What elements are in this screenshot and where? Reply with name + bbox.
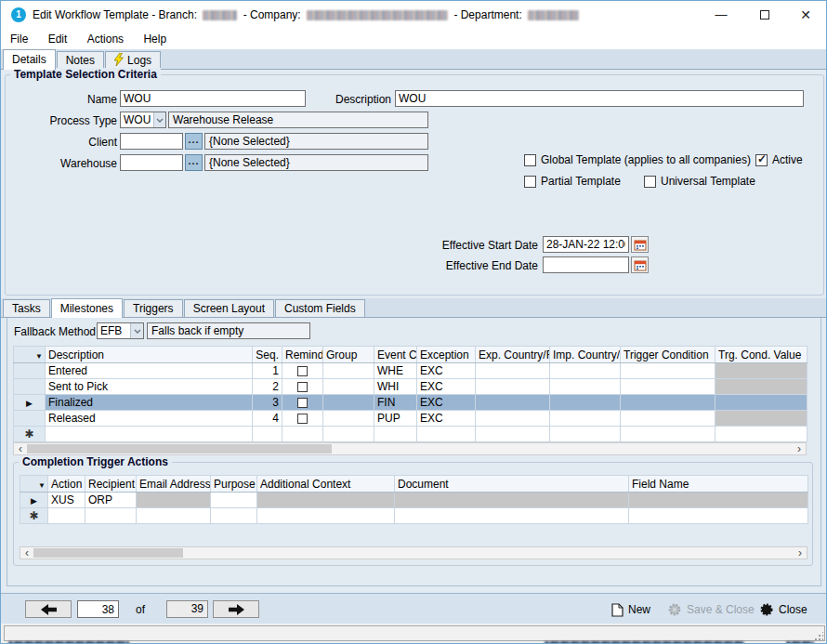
cell-imp-country[interactable] xyxy=(550,427,621,442)
chevron-down-icon[interactable] xyxy=(153,112,165,127)
process-type-dropdown[interactable]: WOU xyxy=(120,112,166,128)
cell-trg-cond-value[interactable] xyxy=(715,395,807,411)
cell-reminder[interactable] xyxy=(282,411,323,427)
row-header[interactable]: ▶ xyxy=(20,493,48,508)
col-trigger-condition[interactable]: Trigger Condition xyxy=(621,347,715,363)
trigger-actions-horizontal-scrollbar[interactable]: ‹ › xyxy=(20,546,807,559)
previous-record-button[interactable] xyxy=(25,600,72,618)
tab-custom-fields[interactable]: Custom Fields xyxy=(275,299,365,317)
cell-seq[interactable]: 1 xyxy=(253,363,282,379)
scroll-track[interactable] xyxy=(33,547,794,559)
cell-exp-country[interactable] xyxy=(476,411,550,427)
col-exception[interactable]: Exception xyxy=(417,347,476,363)
new-row-header[interactable]: ✱ xyxy=(14,427,46,442)
cell-description[interactable]: Released xyxy=(46,411,253,427)
tab-notes[interactable]: Notes xyxy=(57,51,104,69)
start-date-calendar-button[interactable] xyxy=(631,236,649,253)
close-button[interactable]: Close xyxy=(759,601,807,618)
cell-group[interactable] xyxy=(323,363,374,379)
cell-exp-country[interactable] xyxy=(476,379,550,395)
milestone-row[interactable]: Sent to Pick 2 WHI EXC xyxy=(14,379,807,395)
cell-group[interactable] xyxy=(323,379,374,395)
tab-details[interactable]: Details xyxy=(3,49,56,70)
col-imp-country[interactable]: Imp. Country/R xyxy=(550,347,621,363)
cell-exception[interactable]: EXC xyxy=(417,379,476,395)
row-header[interactable] xyxy=(14,411,46,427)
scroll-right-icon[interactable]: › xyxy=(793,443,806,454)
cell-recipient[interactable]: ORP xyxy=(85,493,137,508)
col-group[interactable]: Group xyxy=(323,347,374,363)
col-recipient[interactable]: Recipient xyxy=(85,476,137,493)
resize-grip[interactable] xyxy=(814,632,823,641)
cell-action[interactable] xyxy=(48,508,85,524)
scroll-right-icon[interactable]: › xyxy=(794,547,807,559)
select-all-cell[interactable]: ▼ xyxy=(14,347,46,363)
cell-imp-country[interactable] xyxy=(550,379,621,395)
checkbox-icon[interactable] xyxy=(297,366,308,376)
col-purpose[interactable]: Purpose xyxy=(211,476,257,493)
save-and-close-button[interactable]: Save & Close xyxy=(667,601,755,618)
cell-description[interactable]: Entered xyxy=(46,363,253,379)
col-field-name[interactable]: Field Name xyxy=(629,476,808,493)
cell-imp-country[interactable] xyxy=(550,363,621,379)
cell-reminder[interactable] xyxy=(282,379,323,395)
milestones-horizontal-scrollbar[interactable]: ‹ › xyxy=(13,442,807,455)
cell-group[interactable] xyxy=(323,395,374,411)
milestone-new-row[interactable]: ✱ xyxy=(14,427,807,442)
col-exp-country[interactable]: Exp. Country/R xyxy=(476,347,550,363)
col-description[interactable]: Description xyxy=(46,347,253,363)
cell-imp-country[interactable] xyxy=(550,395,621,411)
cell-exception[interactable] xyxy=(417,427,476,442)
cell-exp-country[interactable] xyxy=(476,427,550,442)
global-template-checkbox[interactable]: Global Template (applies to all companie… xyxy=(524,153,751,166)
checkbox-icon[interactable] xyxy=(297,382,308,392)
cell-event-code[interactable] xyxy=(374,427,417,442)
milestone-row[interactable]: Entered 1 WHE EXC xyxy=(14,363,807,379)
cell-group[interactable] xyxy=(323,411,374,427)
new-button[interactable]: New xyxy=(611,601,650,618)
scroll-thumb[interactable] xyxy=(33,548,183,558)
cell-seq[interactable]: 4 xyxy=(253,411,282,427)
name-input[interactable] xyxy=(120,90,306,107)
col-document[interactable]: Document xyxy=(395,476,629,493)
cell-document[interactable] xyxy=(395,508,629,524)
fallback-method-dropdown[interactable]: EFB xyxy=(97,322,144,339)
tab-tasks[interactable]: Tasks xyxy=(3,299,50,317)
col-trg-cond-value[interactable]: Trg. Cond. Value xyxy=(715,347,807,363)
cell-trg-cond-value[interactable] xyxy=(715,427,807,442)
cell-event-code[interactable]: PUP xyxy=(374,411,417,427)
menu-edit[interactable]: Edit xyxy=(40,29,76,49)
cell-description[interactable]: Sent to Pick xyxy=(46,379,253,395)
warehouse-input[interactable] xyxy=(120,154,183,171)
cell-trigger-condition[interactable] xyxy=(621,379,715,395)
partial-template-checkbox[interactable]: Partial Template xyxy=(524,175,621,188)
tab-screen-layout[interactable]: Screen Layout xyxy=(184,299,274,317)
universal-template-checkbox[interactable]: Universal Template xyxy=(644,175,755,188)
warehouse-browse-button[interactable]: ... xyxy=(185,154,203,171)
next-record-button[interactable] xyxy=(213,600,259,618)
cell-purpose[interactable] xyxy=(211,508,257,524)
cell-seq[interactable]: 3 xyxy=(253,395,282,411)
cell-purpose[interactable] xyxy=(211,493,257,508)
end-date-calendar-button[interactable] xyxy=(631,256,649,273)
row-header[interactable] xyxy=(14,379,46,395)
cell-group[interactable] xyxy=(323,427,374,442)
cell-description[interactable]: Finalized xyxy=(46,395,253,411)
client-input[interactable] xyxy=(120,133,183,150)
col-action[interactable]: Action xyxy=(48,476,85,493)
checkbox-icon[interactable] xyxy=(297,398,308,408)
col-seq[interactable]: Seq. xyxy=(253,347,282,363)
scroll-left-icon[interactable]: ‹ xyxy=(14,443,27,454)
cell-recipient[interactable] xyxy=(85,508,137,524)
cell-trigger-condition[interactable] xyxy=(621,395,715,411)
scroll-thumb[interactable] xyxy=(27,444,332,453)
cell-exception[interactable]: EXC xyxy=(417,395,476,411)
cell-field-name[interactable] xyxy=(629,508,808,524)
row-header[interactable] xyxy=(14,363,46,379)
cell-seq[interactable] xyxy=(253,427,282,442)
col-reminder[interactable]: Reminde xyxy=(282,347,323,363)
cell-event-code[interactable]: WHI xyxy=(374,379,417,395)
cell-email-address[interactable] xyxy=(137,508,211,524)
select-all-cell[interactable]: ▼ xyxy=(20,476,48,493)
col-event-code[interactable]: Event Co xyxy=(374,347,417,363)
